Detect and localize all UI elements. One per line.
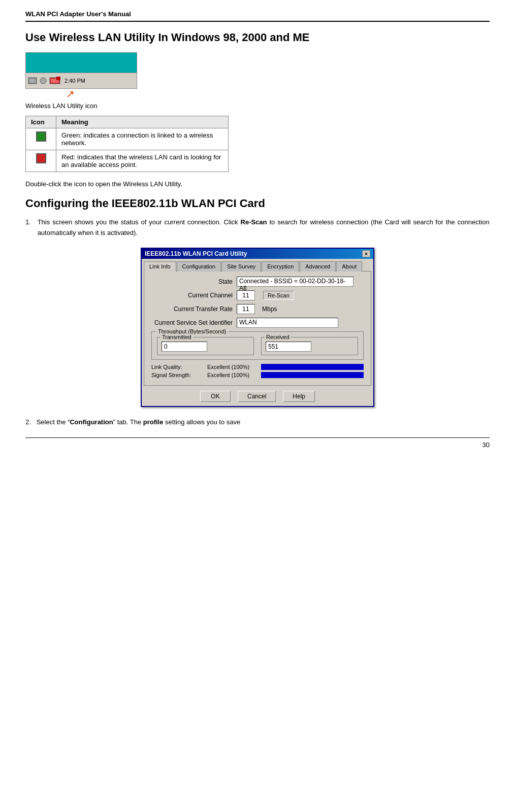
dialog-titlebar: IEEE802.11b WLAN PCI Card Utility ×	[142, 249, 373, 259]
icon-cell-red	[26, 150, 56, 172]
double-click-instruction: Double-click the icon to open the Wirele…	[25, 180, 490, 188]
link-quality-row: Link Quality: Excellent (100%)	[151, 364, 364, 370]
step1-number: 1.	[25, 217, 36, 228]
rescan-button[interactable]: Re-Scan	[263, 291, 294, 300]
tray-icon-1	[28, 77, 37, 85]
link-quality-value: Excellent (100%)	[207, 364, 258, 370]
transfer-rate-row: Current Transfer Rate Mbps	[151, 304, 364, 314]
step2-the: the “	[56, 418, 70, 426]
dialog-content: State Connected - BSSID = 00-02-DD-30-18…	[144, 271, 371, 386]
step2-quote-close: ” tab. The	[113, 418, 143, 426]
received-label: Received	[265, 334, 291, 340]
header-title: WLAN PCI Adapter User's Manual	[25, 10, 131, 18]
dialog-close-button[interactable]: ×	[362, 250, 370, 257]
taskbar-image: 2:40 PM ↗	[25, 52, 490, 99]
step1-paragraph: 1. This screen shows you the status of y…	[25, 217, 490, 239]
channel-input[interactable]	[237, 290, 255, 300]
signal-strength-bar	[261, 372, 364, 378]
taskbar-caption: Wireless LAN Utility icon	[25, 102, 490, 110]
tray-icons	[28, 77, 60, 85]
svg-point-2	[40, 78, 46, 84]
step1-content: This screen shows you the status of your…	[38, 217, 490, 239]
step2-profile-bold: profile	[143, 418, 164, 426]
ssid-label: Current Service Set Identifier	[151, 319, 233, 326]
svg-rect-1	[29, 79, 36, 83]
table-header-icon: Icon	[26, 116, 56, 128]
taskbar-bottom: 2:40 PM	[25, 73, 137, 89]
transfer-label: Current Transfer Rate	[151, 306, 233, 313]
tab-link-info[interactable]: Link Info	[144, 261, 176, 272]
icon-meaning-table: Icon Meaning Green: indicates a connecti…	[25, 116, 229, 172]
link-quality-bar	[261, 364, 364, 370]
throughput-inner: Transmitted 0 Received 551	[157, 337, 358, 355]
step2-paragraph: 2. Select the “Configuration” tab. The p…	[25, 417, 490, 428]
step2-number: 2.	[25, 418, 35, 426]
channel-row: Current Channel Re-Scan	[151, 290, 364, 300]
dialog-footer: OK Cancel Help	[142, 388, 373, 406]
svg-point-5	[56, 77, 60, 80]
table-row: Red: indicates that the wireless LAN car…	[26, 150, 229, 172]
step2-suffix: setting allows you to save	[163, 418, 240, 426]
tab-configuration[interactable]: Configuration	[177, 261, 221, 272]
tray-icon-2	[39, 77, 48, 85]
ok-button[interactable]: OK	[200, 391, 231, 402]
tab-encryption[interactable]: Encryption	[262, 261, 299, 272]
state-label: State	[151, 278, 233, 285]
transmitted-input[interactable]: 0	[162, 342, 207, 352]
help-button[interactable]: Help	[283, 391, 315, 402]
icon-cell-green	[26, 128, 56, 150]
page-number: 30	[25, 437, 490, 449]
state-row: State Connected - BSSID = 00-02-DD-30-18…	[151, 277, 364, 287]
tab-about[interactable]: About	[336, 261, 362, 272]
signal-strength-label: Signal Strength:	[151, 372, 207, 378]
cancel-button[interactable]: Cancel	[238, 391, 276, 402]
mbps-unit: Mbps	[262, 306, 277, 313]
meaning-cell-green: Green: indicates a connection is linked …	[56, 128, 229, 150]
transmitted-label: Transmitted	[160, 334, 193, 340]
ssid-row: Current Service Set Identifier WLAN	[151, 318, 364, 328]
dialog-title: IEEE802.11b WLAN PCI Card Utility	[145, 250, 247, 257]
taskbar-top	[25, 52, 137, 73]
dialog-tabs: Link Info Configuration Site Survey Encr…	[142, 259, 373, 271]
green-icon	[36, 131, 46, 142]
step2-select: Select	[37, 418, 55, 426]
link-quality-label: Link Quality:	[151, 364, 207, 370]
received-input[interactable]: 551	[266, 342, 311, 352]
tray-icon-wlan-red	[49, 77, 60, 85]
page-header: WLAN PCI Adapter User's Manual	[25, 10, 490, 22]
table-row: Green: indicates a connection is linked …	[26, 128, 229, 150]
transfer-input[interactable]	[237, 304, 255, 314]
tray-time: 2:40 PM	[65, 78, 85, 84]
ssid-input[interactable]: WLAN	[237, 318, 338, 328]
channel-label: Current Channel	[151, 292, 233, 299]
arrow-indicator: ↗	[66, 89, 490, 99]
tab-site-survey[interactable]: Site Survey	[221, 261, 261, 272]
signal-strength-row: Signal Strength: Excellent (100%)	[151, 372, 364, 378]
wlan-dialog: IEEE802.11b WLAN PCI Card Utility × Link…	[141, 248, 374, 407]
throughput-group: Throughput (Bytes/Second) Transmitted 0 …	[151, 331, 364, 360]
meaning-cell-red: Red: indicates that the wireless LAN car…	[56, 150, 229, 172]
table-header-meaning: Meaning	[56, 116, 229, 128]
tab-advanced[interactable]: Advanced	[300, 261, 336, 272]
red-icon	[36, 153, 46, 163]
received-group: Received 551	[261, 337, 358, 355]
section1-title: Use Wireless LAN Utility In Windows 98, …	[25, 31, 490, 44]
dialog-wrapper: IEEE802.11b WLAN PCI Card Utility × Link…	[25, 248, 490, 407]
section2-title: Configuring the IEEE802.11b WLAN PCI Car…	[25, 197, 490, 210]
transmitted-group: Transmitted 0	[157, 337, 254, 355]
signal-strength-value: Excellent (100%)	[207, 372, 258, 378]
rescan-label-inline: Re-Scan	[241, 218, 267, 226]
step2-configuration-bold: Configuration	[70, 418, 113, 426]
state-input[interactable]: Connected - BSSID = 00-02-DD-30-18-A8	[237, 277, 353, 287]
